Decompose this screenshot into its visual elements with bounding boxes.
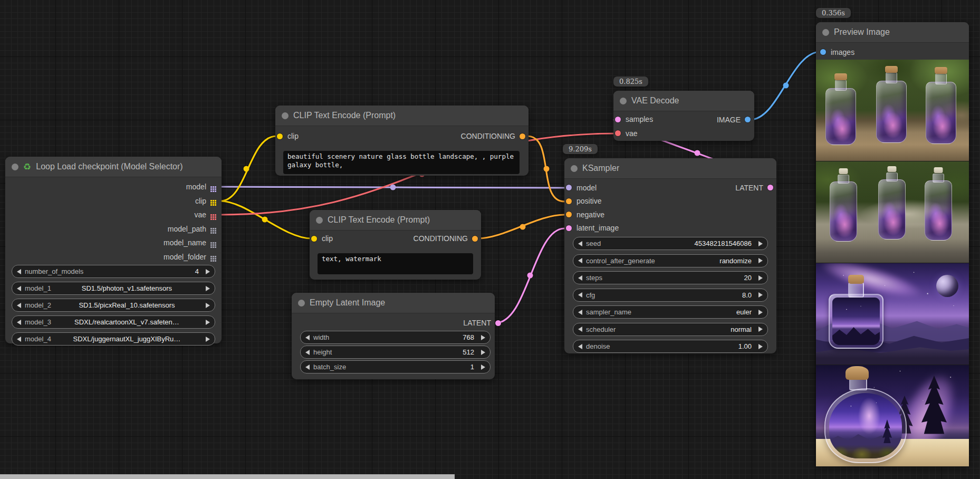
preview-image-2[interactable] — [816, 161, 969, 263]
stepper-right-icon[interactable] — [758, 292, 763, 298]
output-slot-conditioning[interactable]: CONDITIONING — [461, 129, 525, 143]
clip-port-icon[interactable] — [277, 133, 283, 139]
output-slot-conditioning[interactable]: CONDITIONING — [414, 232, 478, 245]
node-vae-decode[interactable]: 0.825s VAE Decode samples vae IMAGE — [613, 91, 754, 141]
list-slot-grid-icon[interactable] — [210, 256, 212, 257]
node-titlebar[interactable]: CLIP Text Encode (Prompt) — [275, 106, 529, 126]
stepper-right-icon[interactable] — [758, 241, 763, 246]
widget-width[interactable]: width 768 — [300, 331, 491, 344]
stepper-right-icon[interactable] — [758, 327, 763, 332]
output-slot-latent[interactable]: LATENT — [735, 181, 773, 194]
stepper-right-icon[interactable] — [206, 303, 210, 308]
output-slot-model[interactable]: model — [5, 180, 216, 194]
stepper-right-icon[interactable] — [481, 365, 485, 370]
prompt-textarea[interactable]: beautiful scenery nature glass bottle la… — [283, 151, 520, 174]
conditioning-port-icon[interactable] — [566, 212, 572, 217]
input-slot-images[interactable]: images — [816, 45, 854, 59]
input-slot-clip[interactable]: clip — [310, 232, 333, 245]
list-slot-grid-icon[interactable] — [210, 200, 212, 202]
node-clip-text-encode-positive[interactable]: CLIP Text Encode (Prompt) clip CONDITION… — [275, 106, 529, 176]
stepper-left-icon[interactable] — [305, 335, 310, 340]
stepper-left-icon[interactable] — [578, 344, 582, 349]
latent-port-icon[interactable] — [566, 225, 572, 231]
stepper-left-icon[interactable] — [305, 365, 310, 370]
model-port-icon[interactable] — [566, 185, 572, 190]
output-slot-model-name[interactable]: model_name — [5, 236, 216, 250]
node-titlebar[interactable]: Empty Latent Image — [292, 293, 495, 313]
node-clip-text-encode-negative[interactable]: CLIP Text Encode (Prompt) clip CONDITION… — [310, 210, 481, 280]
output-slot-vae[interactable]: vae — [5, 208, 216, 222]
stepper-left-icon[interactable] — [17, 320, 21, 325]
stepper-left-icon[interactable] — [578, 292, 582, 298]
stepper-right-icon[interactable] — [206, 269, 210, 274]
list-slot-grid-icon[interactable] — [210, 242, 212, 244]
node-titlebar[interactable]: CLIP Text Encode (Prompt) — [310, 210, 481, 231]
node-titlebar[interactable]: ♻ Loop Load checkpoint (Model Selector) — [5, 157, 222, 177]
node-empty-latent-image[interactable]: Empty Latent Image LATENT width 768 heig… — [292, 293, 495, 379]
widget-model-4[interactable]: model_4 SDXL/juggernautXL_juggXIByRu… — [12, 332, 215, 346]
stepper-left-icon[interactable] — [17, 286, 21, 291]
widget-denoise[interactable]: denoise 1.00 — [573, 340, 768, 353]
conditioning-port-icon[interactable] — [472, 236, 478, 242]
stepper-right-icon[interactable] — [481, 335, 485, 340]
stepper-left-icon[interactable] — [17, 337, 21, 342]
stepper-right-icon[interactable] — [758, 258, 763, 263]
conditioning-port-icon[interactable] — [566, 198, 572, 204]
node-preview-image[interactable]: 0.356s Preview Image images — [816, 22, 969, 466]
widget-control-after-generate[interactable]: control_after_generate randomize — [573, 254, 768, 267]
widget-steps[interactable]: steps 20 — [573, 271, 768, 284]
preview-image-4[interactable] — [816, 365, 969, 467]
widget-model-2[interactable]: model_2 SD1.5/picxReal_10.safetensors — [12, 299, 215, 312]
node-ksampler[interactable]: 9.209s KSampler model positive negative … — [564, 158, 776, 353]
stepper-left-icon[interactable] — [578, 310, 582, 315]
node-titlebar[interactable]: Preview Image — [816, 22, 969, 43]
widget-height[interactable]: height 512 — [300, 346, 491, 359]
stepper-right-icon[interactable] — [758, 310, 763, 315]
widget-scheduler[interactable]: scheduler normal — [573, 323, 768, 336]
node-loop-load-checkpoint[interactable]: ♻ Loop Load checkpoint (Model Selector) … — [5, 157, 222, 343]
list-slot-grid-icon[interactable] — [210, 214, 212, 216]
stepper-left-icon[interactable] — [578, 327, 582, 332]
output-slot-clip[interactable]: clip — [5, 194, 216, 208]
preview-image-1[interactable] — [816, 60, 969, 161]
widget-sampler-name[interactable]: sampler_name euler — [573, 305, 768, 319]
stepper-left-icon[interactable] — [17, 303, 21, 308]
stepper-right-icon[interactable] — [758, 344, 763, 349]
stepper-left-icon[interactable] — [578, 275, 582, 281]
widget-number-of-models[interactable]: number_of_models 4 — [12, 265, 215, 278]
stepper-right-icon[interactable] — [206, 320, 210, 325]
stepper-right-icon[interactable] — [206, 337, 210, 342]
input-slot-negative[interactable]: negative — [564, 208, 604, 222]
stepper-right-icon[interactable] — [481, 350, 485, 355]
output-slot-latent[interactable]: LATENT — [463, 317, 501, 329]
stepper-right-icon[interactable] — [206, 286, 210, 291]
latent-port-icon[interactable] — [495, 320, 501, 326]
conditioning-port-icon[interactable] — [520, 133, 525, 139]
widget-batch-size[interactable]: batch_size 1 — [300, 360, 491, 373]
input-slot-positive[interactable]: positive — [564, 195, 601, 208]
widget-model-3[interactable]: model_3 SDXL/realcartoonXL_v7.safeten… — [12, 315, 215, 329]
list-slot-grid-icon[interactable] — [210, 186, 212, 188]
stepper-left-icon[interactable] — [578, 241, 582, 246]
prompt-textarea[interactable]: text, watermark — [318, 253, 473, 274]
widget-model-1[interactable]: model_1 SD1.5/photon_v1.safetensors — [12, 282, 215, 295]
stepper-right-icon[interactable] — [758, 275, 763, 281]
latent-port-icon[interactable] — [615, 117, 621, 122]
list-slot-grid-icon[interactable] — [210, 228, 212, 229]
stepper-left-icon[interactable] — [578, 258, 582, 263]
input-slot-clip[interactable]: clip — [275, 129, 299, 143]
input-slot-samples[interactable]: samples — [613, 112, 653, 127]
output-slot-model-folder[interactable]: model_folder — [5, 250, 216, 264]
vae-port-icon[interactable] — [615, 130, 621, 136]
node-titlebar[interactable]: VAE Decode — [613, 91, 754, 111]
latent-port-icon[interactable] — [767, 185, 773, 190]
stepper-left-icon[interactable] — [305, 350, 310, 355]
preview-image-3[interactable] — [816, 263, 969, 365]
input-slot-latent-image[interactable]: latent_image — [564, 222, 619, 235]
output-slot-model-path[interactable]: model_path — [5, 222, 216, 236]
input-slot-vae[interactable]: vae — [613, 127, 638, 141]
node-titlebar[interactable]: KSampler — [564, 158, 776, 179]
image-port-icon[interactable] — [820, 49, 826, 55]
node-graph-canvas[interactable]: ♻ Loop Load checkpoint (Model Selector) … — [0, 0, 980, 479]
widget-cfg[interactable]: cfg 8.0 — [573, 289, 768, 302]
